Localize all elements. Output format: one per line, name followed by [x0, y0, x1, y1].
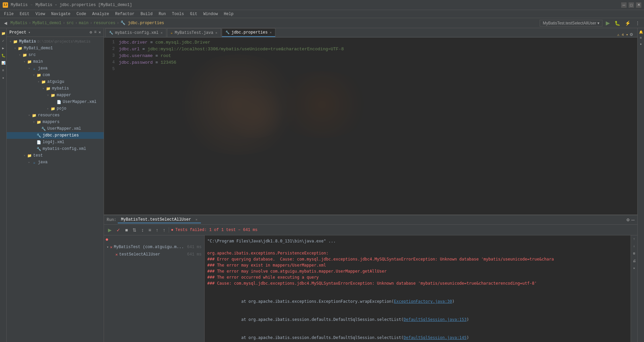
left-icon-structure[interactable]: ≡	[1, 68, 6, 73]
toggle-tree[interactable]: ≡	[147, 227, 152, 233]
tree-item-mappers[interactable]: ▾ 📁 mappers	[7, 119, 104, 125]
back-button[interactable]: ◀	[3, 20, 8, 26]
menu-build[interactable]: Build	[138, 11, 155, 17]
tree-item-test[interactable]: ▾ 📁 test	[7, 152, 104, 159]
tree-item-main[interactable]: ▾ 📁 main	[7, 58, 104, 65]
rerun-button[interactable]: ▶	[107, 227, 113, 233]
run-tab-close[interactable]: ✕	[196, 218, 198, 222]
scroll-up[interactable]: ↑	[162, 227, 167, 233]
tree-item-mapper[interactable]: ▾ 📁 mapper	[7, 92, 104, 99]
breadcrumb-src[interactable]: src	[66, 21, 74, 25]
tree-item-jdbc-properties[interactable]: ▸ 🔧 jdbc.properties	[7, 132, 104, 139]
panel-close-btn[interactable]: ✕	[99, 30, 101, 35]
run-tab-test[interactable]: MyBatisTest.testSelectAllUser ✕	[118, 217, 201, 223]
breadcrumb-demo[interactable]: MyBati_demo1	[33, 21, 61, 25]
menu-help[interactable]: Help	[221, 11, 236, 17]
code-line-5: 5	[104, 66, 637, 72]
left-icon-project[interactable]: 📁	[1, 31, 6, 36]
output-error-3: ### The error may involve com.atguigu.my…	[207, 268, 628, 274]
run-config-selector[interactable]: MyBatisTest.testSelectAllUser ▾	[540, 20, 602, 26]
export-btn[interactable]: ↑	[155, 227, 160, 233]
run-gutter-down[interactable]: ↓	[632, 244, 636, 249]
stop-button[interactable]: ■	[124, 227, 129, 233]
tree-item-mybatis[interactable]: ▾ 📁 MyBatis D:\IDEA\projects\MyBatis	[7, 38, 104, 45]
menu-git[interactable]: Git	[187, 11, 200, 17]
tree-item-java[interactable]: ▾ ☕ java	[7, 65, 104, 72]
sort-alpha[interactable]: ↕	[140, 227, 145, 233]
right-icon-structure[interactable]: ≡	[639, 36, 642, 41]
tree-item-demo1[interactable]: ▾ 📁 MyBati_demo1	[7, 45, 104, 52]
tab-jdbc-close[interactable]: ✕	[270, 31, 272, 35]
tab-jdbc-properties[interactable]: 🔧 jdbc.properties ✕	[222, 28, 275, 37]
run-button[interactable]: ▶	[604, 19, 611, 27]
run-panel-settings[interactable]: ⚙	[626, 218, 630, 222]
tree-item-com[interactable]: ▾ 📁 com	[7, 72, 104, 78]
tree-item-atguigu[interactable]: ▾ 📁 atguigu	[7, 78, 104, 85]
panel-gear-btn[interactable]: ≡	[94, 30, 97, 35]
title-text: MyBatis - jdbc.properties [MyBati_demo1]	[36, 3, 132, 7]
run-tree-method-time: 641 ms	[187, 252, 202, 257]
restore-layout[interactable]: ⇅	[131, 227, 138, 233]
left-icon-debug[interactable]: 🐛	[1, 53, 6, 58]
breadcrumb-resources[interactable]: resources	[94, 21, 115, 25]
menu-run[interactable]: Run	[156, 11, 169, 17]
menu-window[interactable]: Window	[201, 11, 220, 17]
output-error-2: ### The error may exist in mappers/UserM…	[207, 262, 628, 268]
output-stack-1: at org.apache.ibatis.exceptions.Exceptio…	[207, 292, 628, 310]
run-tree-mybatistest[interactable]: ▾ ✕ MyBatisTest (com.atguigu.m... 641 ms	[105, 243, 203, 251]
tree-item-src[interactable]: ▾ 📁 src	[7, 52, 104, 58]
run-gutter-delete[interactable]: ✕	[632, 266, 636, 271]
run-gutter-split[interactable]: ⊞	[632, 251, 636, 256]
menu-tools[interactable]: Tools	[169, 11, 187, 17]
breadcrumb-mybatis[interactable]: MyBatis	[10, 21, 27, 25]
left-icon-bookmark[interactable]: ★	[1, 75, 6, 80]
tab-mybatis-config-label: mybatis-config.xml	[115, 31, 159, 35]
tab-mybatistest-close[interactable]: ✕	[215, 31, 217, 35]
editor-run-column: 🔧 mybatis-config.xml ✕ ☕ MyBatisTest.jav…	[104, 28, 637, 342]
panel-collapse-btn[interactable]: ⚙	[90, 30, 92, 35]
menu-file[interactable]: File	[1, 11, 16, 17]
rerun-failed[interactable]: ✓	[115, 227, 122, 233]
menu-navigate[interactable]: Navigate	[48, 11, 73, 17]
left-icon-run[interactable]: ▶	[1, 46, 6, 51]
tree-item-resources[interactable]: ▾ 📁 resources	[7, 112, 104, 119]
debug-button[interactable]: 🐛	[613, 20, 622, 26]
breadcrumb-main[interactable]: main	[79, 21, 89, 25]
line-number-5: 5	[105, 67, 119, 71]
tree-item-test-java[interactable]: ▸ ☕ java	[7, 159, 104, 166]
left-icon-commit[interactable]: ✓	[1, 38, 6, 44]
minimize-button[interactable]: ─	[621, 2, 627, 8]
right-icon-notifications[interactable]: 🔔	[638, 30, 644, 35]
tab-mybatistest[interactable]: ☕ MyBatisTest.java ✕	[167, 28, 221, 37]
run-panel-minimize[interactable]: ─	[631, 217, 635, 223]
tree-item-mybatis-config[interactable]: ▸ 🔧 mybatis-config.xml	[7, 146, 104, 152]
tab-mybatis-config-close[interactable]: ✕	[161, 31, 163, 35]
output-link-2[interactable]: DefaultSqlSession.java:153	[404, 317, 467, 322]
tree-item-usermapper[interactable]: ▸ 🔧 UserMapper.xml	[7, 125, 104, 132]
run-with-coverage[interactable]: ⚡	[624, 20, 632, 26]
tree-item-mybatis-pkg[interactable]: ▾ 📁 mybatis	[7, 85, 104, 92]
menu-edit[interactable]: Edit	[17, 11, 32, 17]
maximize-button[interactable]: □	[629, 2, 634, 8]
more-actions[interactable]: ⋮	[634, 20, 641, 26]
menu-code[interactable]: Code	[74, 11, 89, 17]
run-gutter-print[interactable]: 🖨	[632, 258, 637, 264]
run-tab-bar: Run: MyBatisTest.testSelectAllUser ✕ ⚙ ─	[104, 215, 637, 225]
tab-mybatis-config[interactable]: 🔧 mybatis-config.xml ✕	[105, 28, 166, 37]
tree-item-log4j[interactable]: ▸ 📄 log4j.xml	[7, 139, 104, 146]
run-gutter-up[interactable]: ↑	[632, 237, 636, 242]
right-icon-favorites[interactable]: ★	[639, 41, 642, 47]
editor-settings-btn[interactable]: ⚙	[630, 32, 633, 37]
menu-analyze[interactable]: Analyze	[90, 11, 112, 17]
output-stack-close-3: )	[467, 335, 469, 340]
output-link-1[interactable]: ExceptionFactory.java:30	[394, 299, 452, 304]
tree-item-usermapper-xml[interactable]: ▸ 📄 UserMapper.xml	[7, 99, 104, 105]
line-content-1: jdbc.driver = com.mysql.jdbc.Driver	[119, 40, 210, 45]
run-tree-test-method[interactable]: ▸ ✕ testSelectAllUser 641 ms	[105, 251, 203, 258]
output-link-3[interactable]: DefaultSqlSession.java:145	[404, 335, 467, 340]
tree-item-pojo[interactable]: ▸ 📁 pojo	[7, 105, 104, 112]
menu-view[interactable]: View	[33, 11, 48, 17]
left-icon-profiler[interactable]: 📊	[1, 60, 6, 66]
menu-refactor[interactable]: Refactor	[112, 11, 137, 17]
close-button[interactable]: ✕	[636, 2, 641, 8]
